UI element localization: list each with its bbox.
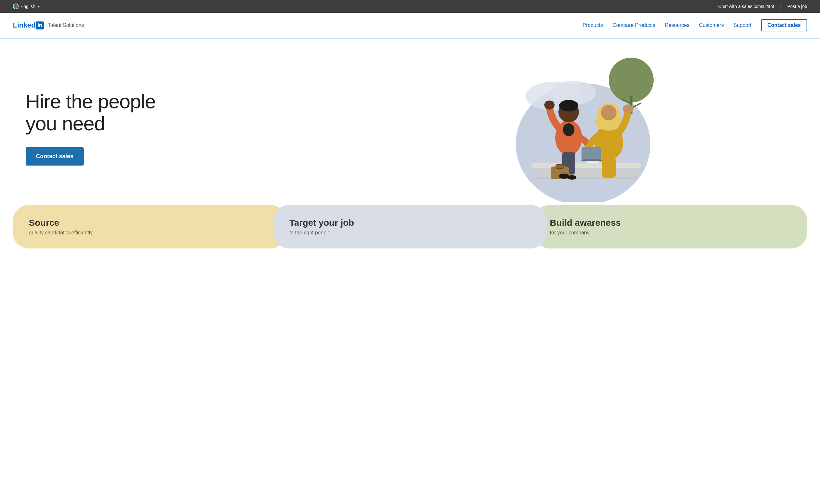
nav-compare-products[interactable]: Compare Products [612,22,655,28]
chat-consultant-link[interactable]: Chat with a sales consultant [718,4,774,9]
nav-resources[interactable]: Resources [665,22,689,28]
pill-target[interactable]: Target your job to the right people [274,205,547,248]
globe-icon: 🌐 [13,4,19,9]
top-bar: 🌐 English ▼ Chat with a sales consultant… [0,0,820,13]
pill-target-title: Target your job [290,218,531,228]
pill-build-title: Build awareness [550,218,791,228]
hero-title-line1: Hire the people [26,90,156,112]
pill-target-subtitle: to the right people [290,230,531,236]
svg-rect-30 [581,159,604,161]
language-selector[interactable]: 🌐 English ▼ [13,4,40,9]
chevron-down-icon: ▼ [37,5,40,8]
top-bar-right: Chat with a sales consultant Post a job [718,3,807,10]
logo[interactable]: Linkedin Talent Solutions [13,21,84,29]
pill-build[interactable]: Build awareness for your company [534,205,807,248]
svg-point-15 [563,123,574,136]
pill-source-title: Source [29,218,270,228]
svg-rect-9 [535,169,638,172]
post-job-link[interactable]: Post a job [787,4,807,9]
svg-rect-10 [535,173,638,175]
contact-sales-nav-button[interactable]: Contact sales [761,19,807,31]
nav-customers[interactable]: Customers [699,22,724,28]
svg-rect-11 [535,177,638,179]
hero-contact-sales-button[interactable]: Contact sales [26,147,84,166]
svg-rect-8 [532,163,641,168]
hero-section: Hire the people you need Contact sales [0,38,820,205]
language-label: English [20,4,35,9]
svg-point-23 [567,175,576,180]
main-nav: Linkedin Talent Solutions Products Compa… [0,13,820,38]
hero-left: Hire the people you need Contact sales [26,91,372,165]
in-box: in [36,21,44,29]
pill-source[interactable]: Source quality candidates efficiently [13,205,286,248]
pill-source-subtitle: quality candidates efficiently [29,230,270,236]
linkedin-logo: Linkedin [13,21,44,29]
nav-support[interactable]: Support [734,22,751,28]
svg-point-27 [601,105,617,120]
talent-solutions-label: Talent Solutions [48,22,84,28]
nav-products[interactable]: Products [583,22,603,28]
nav-links: Products Compare Products Resources Cust… [583,19,807,31]
svg-point-14 [559,100,578,111]
svg-rect-29 [581,147,601,160]
pill-section: Source quality candidates efficiently Ta… [0,205,820,261]
svg-rect-20 [556,165,564,168]
hero-title: Hire the people you need [26,91,372,134]
divider [781,3,781,10]
svg-point-28 [623,104,633,113]
linked-text: Linked [13,21,36,29]
svg-rect-31 [602,157,616,178]
svg-point-3 [609,58,654,102]
hero-title-line2: you need [26,112,105,134]
svg-point-22 [559,174,569,179]
svg-point-16 [544,101,554,110]
hero-illustration [372,54,794,202]
pill-build-subtitle: for your company [550,230,791,236]
hero-svg [500,54,667,202]
